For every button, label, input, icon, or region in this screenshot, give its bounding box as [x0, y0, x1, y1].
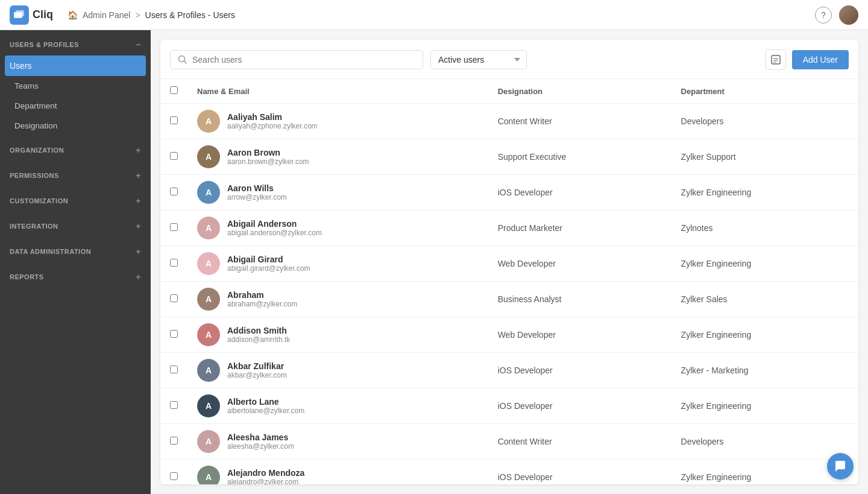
row-department-2: Zylker Support: [671, 139, 858, 175]
user-email-8: akbar@zylker.com: [227, 371, 287, 379]
row-department-7: Zylker Engineering: [671, 317, 858, 353]
search-input[interactable]: [192, 55, 415, 65]
table-row[interactable]: A Aaron Wills arrow@zylker.com iOS Devel…: [160, 175, 858, 211]
topbar-right: ?: [815, 5, 858, 25]
row-department-4: Zylnotes: [671, 211, 858, 246]
table-row[interactable]: A Aaron Brown aaron.brown@zylker.com Sup…: [160, 139, 858, 175]
table-row[interactable]: A Aaliyah Salim aaliyah@zphone.zylker.co…: [160, 104, 858, 139]
row-designation-5: Web Developer: [488, 246, 671, 282]
table-row[interactable]: A Alberto Lane albertolane@zylker.com iO…: [160, 388, 858, 424]
sidebar-section-header-permissions: PERMISSIONS +: [10, 171, 141, 180]
user-name-11: Alejandro Mendoza: [227, 468, 304, 478]
sidebar-section-label-customization: CUSTOMIZATION: [10, 197, 68, 204]
users-tbody: A Aaliyah Salim aaliyah@zphone.zylker.co…: [160, 104, 858, 485]
breadcrumb-sep: >: [135, 10, 140, 20]
main: Active users Inactive users All users Ad…: [151, 30, 868, 494]
sidebar-item-label-teams: Teams: [14, 81, 39, 90]
sidebar-item-users[interactable]: Users: [5, 55, 146, 76]
table-row[interactable]: A Addison Smith addison@amrrith.tk Web D…: [160, 317, 858, 353]
row-checkbox-7: [160, 317, 187, 353]
row-checkbox-8: [160, 353, 187, 388]
home-icon: 🏠: [68, 10, 78, 20]
app-name: Cliq: [33, 8, 53, 21]
sidebar-item-label-department: Department: [14, 101, 57, 110]
row-name-email-11: A Alejandro Mendoza alejandro@zylker.com: [187, 460, 488, 485]
avatar-1: A: [197, 110, 220, 133]
row-name-email-10: A Aleesha James aleesha@zylker.com: [187, 424, 488, 460]
row-select-9[interactable]: [170, 401, 178, 409]
filter-select[interactable]: Active users Inactive users All users: [430, 50, 527, 69]
row-checkbox-9: [160, 388, 187, 424]
row-select-8[interactable]: [170, 366, 178, 373]
row-select-6[interactable]: [170, 294, 178, 302]
row-select-1[interactable]: [170, 116, 178, 124]
select-all-checkbox[interactable]: [170, 86, 178, 94]
sidebar-collapse-icon[interactable]: −: [136, 40, 141, 49]
sidebar-expand-icon-reports[interactable]: +: [136, 272, 141, 282]
row-name-email-8: A Akbar Zulfikar akbar@zylker.com: [187, 353, 488, 388]
user-name-9: Alberto Lane: [227, 397, 304, 407]
add-user-button[interactable]: Add User: [792, 50, 849, 69]
row-designation-3: iOS Developer: [488, 175, 671, 211]
avatar-5: A: [197, 252, 220, 275]
row-select-10[interactable]: [170, 437, 178, 445]
row-designation-7: Web Developer: [488, 317, 671, 353]
sidebar-section-organization: ORGANIZATION +: [0, 136, 151, 161]
user-email-6: abraham@zylker.com: [227, 300, 297, 308]
row-select-4[interactable]: [170, 223, 178, 231]
table-row[interactable]: A Aleesha James aleesha@zylker.com Conte…: [160, 424, 858, 460]
user-email-11: alejandro@zylker.com: [227, 478, 304, 484]
sidebar-expand-icon-customization[interactable]: +: [136, 196, 141, 206]
user-name-3: Aaron Wills: [227, 183, 287, 193]
sidebar-expand-icon-permissions[interactable]: +: [136, 171, 141, 180]
row-checkbox-4: [160, 211, 187, 246]
breadcrumb-current: Users & Profiles - Users: [145, 10, 235, 20]
sidebar-section-label: USERS & PROFILES: [10, 41, 79, 48]
toolbar-right: Add User: [766, 49, 849, 70]
user-name-10: Aleesha James: [227, 432, 294, 442]
user-email-1: aaliyah@zphone.zylker.com: [227, 122, 318, 130]
table-row[interactable]: A Abraham abraham@zylker.com Business An…: [160, 282, 858, 317]
row-select-2[interactable]: [170, 152, 178, 160]
users-table: Name & Email Designation Department A: [160, 79, 858, 484]
row-select-11[interactable]: [170, 472, 178, 480]
help-icon[interactable]: ?: [815, 7, 832, 24]
avatar-7: A: [197, 323, 220, 346]
svg-rect-1: [16, 10, 24, 16]
row-department-8: Zylker - Marketing: [671, 353, 858, 388]
user-name-1: Aaliyah Salim: [227, 112, 318, 122]
breadcrumb-admin[interactable]: Admin Panel: [83, 10, 130, 20]
sidebar-item-department[interactable]: Department: [0, 96, 151, 116]
sidebar-section-label-integration: INTEGRATION: [10, 223, 58, 230]
sidebar-section-header-data_administration: DATA ADMINISTRATION +: [10, 247, 141, 256]
sidebar-expand-icon-integration[interactable]: +: [136, 221, 141, 231]
row-select-7[interactable]: [170, 330, 178, 338]
header-name-email: Name & Email: [187, 79, 488, 104]
sidebar-section-header-users-profiles: USERS & PROFILES −: [10, 40, 141, 49]
users-table-wrap: Name & Email Designation Department A: [160, 79, 858, 484]
user-email-7: addison@amrrith.tk: [227, 335, 290, 344]
row-select-5[interactable]: [170, 259, 178, 267]
table-row[interactable]: A Akbar Zulfikar akbar@zylker.com iOS De…: [160, 353, 858, 388]
user-name-5: Abigail Girard: [227, 255, 310, 264]
chat-bubble[interactable]: [827, 453, 854, 480]
row-designation-9: iOS Developer: [488, 388, 671, 424]
breadcrumb: 🏠 Admin Panel > Users & Profiles - Users: [68, 10, 235, 20]
row-select-3[interactable]: [170, 188, 178, 195]
sidebar-item-designation[interactable]: Designation: [0, 116, 151, 136]
table-row[interactable]: A Alejandro Mendoza alejandro@zylker.com…: [160, 460, 858, 485]
sidebar-item-teams[interactable]: Teams: [0, 76, 151, 96]
sidebar-expand-icon-organization[interactable]: +: [136, 145, 141, 155]
sidebar-section-label-organization: ORGANIZATION: [10, 147, 64, 154]
row-checkbox-3: [160, 175, 187, 211]
user-email-4: abigail.anderson@zylker.com: [227, 229, 322, 237]
avatar-6: A: [197, 288, 220, 311]
avatar[interactable]: [839, 5, 858, 25]
table-row[interactable]: A Abigail Girard abigail.girard@zylker.c…: [160, 246, 858, 282]
sidebar-expand-icon-data_administration[interactable]: +: [136, 247, 141, 256]
table-row[interactable]: A Abigail Anderson abigail.anderson@zylk…: [160, 211, 858, 246]
export-button[interactable]: [766, 49, 786, 70]
sidebar-section-customization: CUSTOMIZATION +: [0, 186, 151, 212]
user-name-6: Abraham: [227, 290, 297, 300]
row-checkbox-11: [160, 460, 187, 485]
